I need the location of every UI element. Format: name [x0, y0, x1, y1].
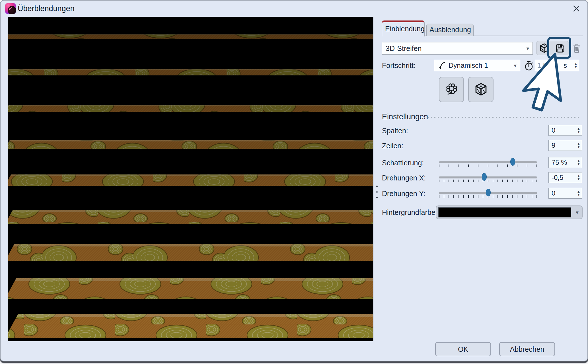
splitter-grip[interactable]	[376, 186, 378, 198]
progress-curve-combobox[interactable]: Dynamisch 1 ▾	[434, 60, 520, 71]
color-swatch[interactable]	[438, 207, 571, 217]
drehungen-x-slider-handle[interactable]	[482, 173, 487, 181]
tick-mark	[522, 180, 523, 182]
tick-mark	[522, 195, 523, 198]
setting-row-spalten: Spalten:0▲▼	[382, 125, 583, 136]
spalten-spinbox[interactable]: 0▲▼	[548, 125, 582, 136]
tick-mark	[439, 180, 439, 182]
zeilen-spinbox[interactable]: 9▲▼	[548, 140, 582, 151]
dice-cube-icon	[473, 82, 489, 97]
spalten-spin-down-icon[interactable]: ▼	[577, 130, 580, 133]
curve-icon	[438, 61, 446, 70]
tick-mark	[507, 195, 508, 198]
schattierung-value: 75 %	[552, 159, 567, 166]
tab-einblendung[interactable]: Einblendung	[382, 20, 425, 36]
tick-mark	[493, 195, 493, 198]
tick-mark	[459, 180, 459, 182]
tick-mark	[439, 164, 439, 167]
tick-mark	[497, 195, 498, 198]
tick-mark	[488, 180, 488, 182]
spalten-value: 0	[552, 126, 555, 134]
zeilen-label: Zeilen:	[382, 140, 403, 151]
tick-mark	[468, 180, 469, 182]
schattierung-slider-track[interactable]	[439, 161, 537, 163]
drehungen-y-spin-down-icon[interactable]: ▼	[577, 193, 580, 196]
schattierung-spinbox[interactable]: 75 %▲▼	[548, 157, 582, 168]
preset-value: 3D-Streifen	[386, 44, 422, 53]
setting-row-schattierung: Schattierung:75 %▲▼	[382, 157, 583, 168]
drehungen-x-spin-down-icon[interactable]: ▼	[577, 178, 580, 181]
tick-mark	[439, 195, 439, 198]
tick-mark	[444, 195, 444, 198]
chevron-down-icon[interactable]: ▾	[572, 209, 582, 216]
tick-mark	[478, 164, 478, 167]
dialog-window: Überblendungen Einblendung Ausblendung 3…	[0, 0, 588, 361]
drehungen-y-label: Drehungen Y:	[382, 188, 425, 199]
tick-mark	[517, 195, 517, 198]
dotted-divider	[424, 117, 581, 118]
zeilen-spin-down-icon[interactable]: ▼	[577, 145, 580, 149]
window-title: Überblendungen	[18, 1, 75, 17]
background-color-picker[interactable]: ▾	[436, 205, 583, 219]
tick-mark	[527, 164, 527, 167]
tick-mark	[483, 195, 483, 198]
preset-delete-button[interactable]	[570, 42, 583, 55]
background-color-label: Hintergrundfarbe:	[382, 205, 437, 219]
background-color-row: Hintergrundfarbe: ▾	[382, 205, 583, 219]
tick-mark	[444, 180, 444, 182]
tick-mark	[468, 164, 469, 167]
cursor-arrow	[516, 51, 564, 116]
preview-canvas	[8, 17, 373, 341]
duration-spin-down-icon[interactable]: ▼	[574, 65, 577, 69]
tick-mark	[512, 195, 513, 198]
tick-mark	[517, 180, 517, 182]
tick-mark	[473, 180, 474, 182]
preview-stripes	[8, 17, 373, 341]
trash-icon	[571, 43, 582, 54]
tick-mark	[463, 195, 464, 198]
tick-mark	[527, 180, 527, 182]
progress-label: Fortschritt:	[382, 60, 416, 71]
close-icon	[573, 5, 580, 12]
drehungen-y-spinbox[interactable]: 0▲▼	[548, 188, 582, 199]
randomize-button[interactable]	[468, 77, 494, 102]
tick-mark	[502, 180, 503, 182]
curve-name: Dynamisch 1	[449, 61, 488, 69]
tick-mark	[532, 195, 532, 198]
tick-mark	[536, 180, 537, 182]
clover-icon	[443, 82, 459, 98]
drehungen-x-slider-track[interactable]	[439, 176, 537, 178]
drehungen-x-label: Drehungen X:	[382, 172, 426, 184]
tick-mark	[517, 164, 517, 167]
preset-combobox[interactable]: 3D-Streifen ▾	[382, 42, 533, 55]
setting-row-drehungen-y: Drehungen Y:0▲▼	[382, 188, 583, 199]
tick-mark	[502, 195, 503, 198]
drehungen-y-slider-handle[interactable]	[486, 189, 491, 196]
spalten-label: Spalten:	[382, 125, 408, 136]
tick-mark	[497, 164, 498, 167]
tick-mark	[532, 180, 532, 182]
tick-mark	[449, 180, 449, 182]
drehungen-x-spinbox[interactable]: -0,5▲▼	[548, 172, 582, 183]
close-button[interactable]	[570, 3, 583, 14]
tick-mark	[493, 180, 493, 182]
lucky-button[interactable]	[439, 77, 464, 102]
tick-mark	[512, 180, 513, 182]
drehungen-y-value: 0	[552, 189, 555, 197]
tick-mark	[536, 164, 537, 167]
ok-button[interactable]: OK	[435, 342, 491, 356]
tick-mark	[507, 164, 508, 167]
drehungen-x-value: -0,5	[552, 174, 563, 182]
cancel-button[interactable]: Abbrechen	[499, 342, 555, 356]
setting-row-zeilen: Zeilen:9▲▼	[382, 140, 583, 151]
setting-row-drehungen-x: Drehungen X:-0,5▲▼	[382, 172, 583, 184]
tick-mark	[449, 164, 449, 167]
tick-mark	[478, 180, 478, 182]
tick-mark	[527, 195, 527, 198]
schattierung-slider-handle[interactable]	[510, 158, 515, 166]
schattierung-spin-down-icon[interactable]: ▼	[577, 163, 580, 166]
tick-mark	[507, 180, 508, 182]
tab-ausblendung[interactable]: Ausblendung	[426, 24, 474, 36]
tick-mark	[497, 180, 498, 182]
tick-mark	[453, 180, 454, 182]
